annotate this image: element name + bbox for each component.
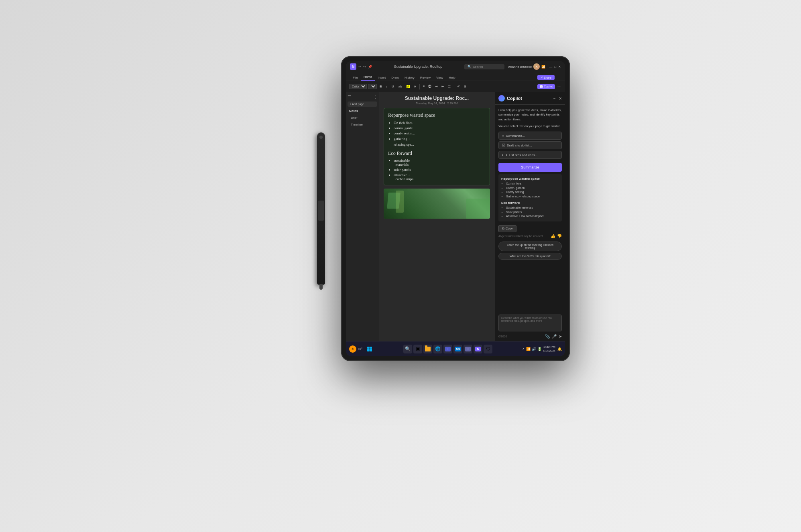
font-size-select[interactable]: 11 bbox=[368, 84, 377, 89]
note-metadata: Tuesday, May 14, 2024 2:30 PM bbox=[384, 102, 489, 105]
outdent-btn[interactable]: ⇤ bbox=[440, 84, 445, 89]
hw-item-1: Oz-rich flora bbox=[394, 121, 486, 125]
tab-file[interactable]: File bbox=[350, 75, 361, 81]
tab-view[interactable]: View bbox=[433, 75, 446, 81]
proscons-icon: ⟷ bbox=[502, 153, 507, 157]
close-btn[interactable]: ✕ bbox=[558, 65, 561, 69]
tab-home[interactable]: Home bbox=[361, 74, 375, 81]
strikethrough-btn[interactable]: ab bbox=[397, 84, 404, 89]
app-icon: N bbox=[350, 63, 356, 70]
taskbar-search-btn[interactable]: 🔍 bbox=[403, 345, 412, 353]
note-image bbox=[384, 189, 490, 219]
ribbon-options-btn[interactable]: ⋯ bbox=[555, 75, 561, 81]
tab-review[interactable]: Review bbox=[417, 75, 433, 81]
hw-item-5: sustainable materials bbox=[394, 158, 486, 167]
indent-btn[interactable]: ⇥ bbox=[434, 84, 439, 89]
note-header: Sustainable Upgrade: Roc... Tuesday, May… bbox=[379, 92, 495, 106]
taskbar-onenote-btn[interactable]: N bbox=[474, 345, 482, 353]
attach-btn[interactable]: 📎 bbox=[545, 334, 550, 339]
more-btn[interactable]: ⋯ bbox=[556, 84, 562, 89]
taskbar-outlook-btn[interactable]: Ou bbox=[453, 345, 462, 353]
sound-icon: 🔊 bbox=[532, 347, 536, 351]
sidebar-item-brief[interactable]: Brief bbox=[348, 115, 377, 120]
note-content: Sustainable Upgrade: Roc... Tuesday, May… bbox=[379, 92, 495, 341]
suggest-summarize[interactable]: ≡ Summarize... bbox=[498, 132, 562, 140]
taskbar-teams2-btn[interactable]: T bbox=[464, 345, 472, 353]
titlebar-redo[interactable]: ↪ bbox=[363, 65, 366, 69]
summary-list-1: Oz-rich flora Comm. garden Comfy seating… bbox=[501, 182, 559, 199]
font-color-btn[interactable]: A bbox=[413, 84, 417, 89]
search-box[interactable]: 🔍 Search bbox=[464, 64, 504, 69]
italic-btn[interactable]: I bbox=[385, 84, 389, 89]
formatting-toolbar: Calibri 11 B I U ab A A ≡ ⓵ ⇥ ⇤ ☰ 🏷 ⊞ bbox=[346, 81, 565, 92]
summary-item-7: Attractive + low carbon impact bbox=[506, 214, 559, 219]
hamburger-icon[interactable]: ☰ bbox=[348, 95, 351, 99]
divider1 bbox=[419, 84, 420, 89]
note-title: Sustainable Upgrade: Roc... bbox=[384, 95, 489, 101]
note-body[interactable]: Repurpose wasted space Oz-rich flora com… bbox=[379, 106, 495, 222]
stylus-pen bbox=[317, 132, 325, 285]
summary-item-4: Gathering + relaxing space bbox=[506, 195, 559, 199]
thumbsup-btn[interactable]: 👍 bbox=[551, 234, 555, 238]
suggest-todo[interactable]: ☑ Draft a to do list... bbox=[498, 141, 562, 149]
align-btn[interactable]: ☰ bbox=[447, 84, 452, 89]
bold-btn[interactable]: B bbox=[378, 84, 384, 89]
copilot-close-btn[interactable]: ✕ bbox=[559, 96, 562, 101]
windows-start-btn[interactable] bbox=[365, 345, 374, 353]
tab-history[interactable]: History bbox=[402, 75, 417, 81]
notification-btn[interactable]: 🔔 bbox=[557, 347, 562, 351]
tag-btn[interactable]: 🏷 bbox=[456, 84, 461, 89]
ribbon-tabs: File Home Insert Draw History Review Vie… bbox=[346, 72, 565, 81]
taskbar-security-btn[interactable]: 🛡 bbox=[484, 345, 492, 353]
suggest-pros-cons[interactable]: ⟷ List pros and cons... bbox=[498, 151, 562, 159]
prompt-chip-1[interactable]: Catch me up on the meeting I missed morn… bbox=[498, 242, 562, 251]
sidebar-toolbar: ☰ ⋮ bbox=[348, 95, 377, 99]
copilot-input-area: 0/3000 📎 🎤 ➤ bbox=[495, 312, 565, 341]
tab-help[interactable]: Help bbox=[446, 75, 458, 81]
mic-btn[interactable]: 🎤 bbox=[552, 334, 557, 339]
taskbar: ☀ 78° 🔍 ▣ bbox=[346, 341, 565, 356]
date-display: 5/14/2024 bbox=[543, 349, 555, 353]
copilot-ribbon-btn[interactable]: Copilot bbox=[537, 84, 555, 89]
sidebar-item-notes[interactable]: Notes bbox=[348, 108, 377, 114]
feedback-area: AI-generated content may be incorrect. 👍… bbox=[498, 234, 562, 238]
bullets-btn[interactable]: ≡ bbox=[422, 84, 426, 89]
titlebar-pin[interactable]: 📌 bbox=[368, 65, 372, 69]
font-family-select[interactable]: Calibri bbox=[349, 84, 367, 89]
numbering-btn[interactable]: ⓵ bbox=[427, 84, 433, 89]
sidebar-item-timeline[interactable]: Timeline bbox=[348, 122, 377, 127]
tab-insert[interactable]: Insert bbox=[375, 75, 388, 81]
taskbar-teams-btn[interactable]: T bbox=[443, 345, 452, 353]
copilot-body: I can help you generate ideas, make to-d… bbox=[495, 105, 565, 312]
pen-button bbox=[318, 201, 324, 221]
underline-btn[interactable]: U bbox=[390, 84, 396, 89]
hw-item-4: gathering +relaxing spa... bbox=[394, 136, 486, 147]
maximize-btn[interactable]: □ bbox=[554, 65, 556, 69]
summarize-result-btn[interactable]: Summarize bbox=[498, 163, 562, 172]
titlebar-undo[interactable]: ↩ bbox=[358, 65, 361, 69]
taskbar-files-btn[interactable] bbox=[423, 345, 432, 353]
thumbsdown-btn[interactable]: 👎 bbox=[557, 234, 562, 238]
summary-section1-title: Repurpose wasted space bbox=[501, 177, 559, 181]
highlight-btn[interactable]: A bbox=[405, 84, 412, 89]
copy-btn[interactable]: ⧉ Copy bbox=[498, 225, 516, 232]
clock[interactable]: 2:30 PM 5/14/2024 bbox=[543, 345, 555, 353]
table-btn[interactable]: ⊞ bbox=[463, 84, 468, 89]
prompt-chip-2[interactable]: What are the OKRs this quarter? bbox=[498, 253, 562, 260]
copilot-textarea[interactable] bbox=[498, 315, 562, 331]
add-page-btn[interactable]: + Add page bbox=[348, 102, 377, 107]
send-btn[interactable]: ➤ bbox=[559, 334, 562, 339]
screen: N ↩ ↪ 📌 Sustainable Upgrade: Rooftop 🔍 S… bbox=[346, 61, 565, 356]
taskbar-edge-btn[interactable]: 🌐 bbox=[433, 345, 442, 353]
chevron-btn[interactable]: ∧ bbox=[522, 347, 525, 351]
minimize-btn[interactable]: — bbox=[549, 65, 552, 69]
handwritten-note-section: Repurpose wasted space Oz-rich flora com… bbox=[384, 108, 490, 185]
copilot-more-btn[interactable]: ⋯ bbox=[553, 96, 557, 101]
hw-item-2: comm. garde... bbox=[394, 126, 486, 130]
taskbar-multitask-btn[interactable]: ▣ bbox=[413, 345, 422, 353]
share-btn[interactable]: ↗ Share bbox=[537, 75, 555, 80]
settings-icon[interactable]: ⋮ bbox=[373, 95, 377, 99]
summarize-icon: ≡ bbox=[502, 134, 504, 138]
user-info: Arianne Brunelle A 📶 bbox=[508, 63, 545, 70]
tab-draw[interactable]: Draw bbox=[388, 75, 402, 81]
